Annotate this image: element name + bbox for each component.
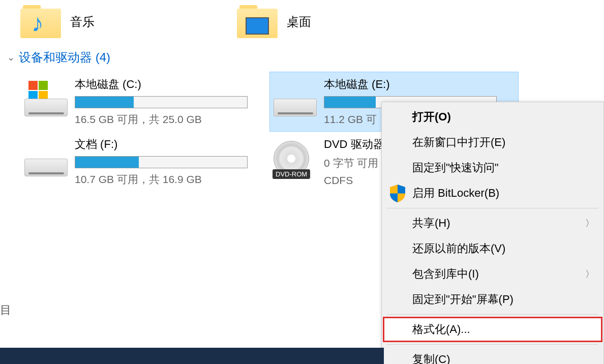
desktop-folder-icon: [237, 5, 278, 38]
folder-desktop[interactable]: 桌面: [237, 5, 311, 38]
menu-bitlocker[interactable]: 启用 BitLocker(B): [383, 180, 602, 206]
folder-label: 桌面: [287, 14, 311, 30]
storage-bar: [75, 156, 248, 168]
chevron-right-icon: 〉: [585, 217, 594, 229]
menu-include-library[interactable]: 包含到库中(I) 〉: [383, 261, 602, 287]
shield-icon: [390, 185, 405, 202]
menu-restore-versions[interactable]: 还原以前的版本(V): [383, 236, 602, 261]
folder-music[interactable]: ♪ 音乐: [20, 5, 95, 38]
context-menu: 打开(O) 在新窗口中打开(E) 固定到"快速访问" 启用 BitLocker(…: [381, 102, 604, 364]
drive-c[interactable]: 本地磁盘 (C:) 16.5 GB 可用，共 25.0 GB: [20, 72, 269, 132]
taskbar[interactable]: [0, 348, 384, 364]
chevron-down-icon: ⌄: [7, 52, 15, 63]
drive-name: 本地磁盘 (E:): [324, 77, 515, 92]
menu-open[interactable]: 打开(O): [383, 104, 602, 130]
storage-bar: [75, 96, 248, 108]
menu-pin-quick-access[interactable]: 固定到"快速访问": [383, 155, 602, 180]
menu-separator: [387, 344, 598, 345]
drive-stats: 16.5 GB 可用，共 25.0 GB: [75, 112, 265, 127]
dvd-drive-icon: DVD-ROM: [274, 141, 317, 176]
menu-pin-start[interactable]: 固定到"开始"屏幕(P): [383, 287, 602, 312]
menu-open-new-window[interactable]: 在新窗口中打开(E): [383, 130, 602, 155]
drive-name: 本地磁盘 (C:): [75, 77, 265, 92]
menu-separator: [387, 208, 598, 208]
menu-share[interactable]: 共享(H) 〉: [383, 210, 602, 236]
drive-stats: 10.7 GB 可用，共 16.9 GB: [75, 172, 265, 187]
section-devices-drives[interactable]: ⌄ 设备和驱动器 (4): [0, 43, 604, 72]
music-folder-icon: ♪: [20, 5, 61, 38]
menu-format[interactable]: 格式化(A)...: [383, 317, 602, 342]
truncated-text: 目: [0, 285, 10, 336]
menu-separator: [387, 314, 598, 315]
system-drive-icon: [24, 81, 68, 116]
drive-name: 文档 (F:): [75, 137, 265, 152]
drive-f[interactable]: 文档 (F:) 10.7 GB 可用，共 16.9 GB: [20, 132, 269, 192]
drive-icon: [24, 141, 68, 176]
menu-copy[interactable]: 复制(C): [383, 347, 602, 364]
drive-icon: [274, 81, 317, 116]
folder-label: 音乐: [70, 14, 95, 30]
section-title: 设备和驱动器 (4): [19, 49, 110, 66]
chevron-right-icon: 〉: [585, 268, 594, 280]
